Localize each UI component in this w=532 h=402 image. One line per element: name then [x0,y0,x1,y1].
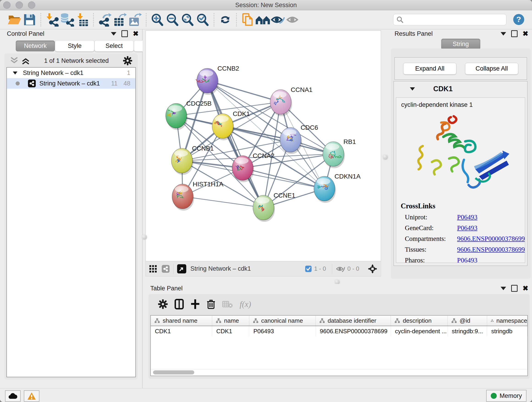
collapse-panel-icon[interactable] [500,287,506,290]
grid-view-icon[interactable] [149,265,157,273]
expand-all-icon[interactable] [22,57,30,65]
vertical-splitter-handle[interactable] [383,154,388,160]
crosslink-value-link[interactable]: P06493 [457,213,477,221]
export-image-button[interactable] [127,12,143,27]
selected-checkbox-icon[interactable] [305,265,312,272]
table-horizontal-scrollbar[interactable] [151,369,527,376]
column-header-database-identifier[interactable]: database identifier [316,316,391,326]
import-table-button[interactable] [75,12,90,27]
cdk1-section-header[interactable]: CDK1 [394,81,527,96]
export-network-button[interactable] [97,12,112,27]
network-node-ccna1[interactable] [270,89,292,116]
scrollbar-thumb[interactable] [153,370,194,375]
table-cell[interactable]: stringdb:9... [448,326,487,336]
network-edge[interactable] [207,81,264,208]
delete-column-trash-icon[interactable] [207,299,215,309]
network-node-cdc6[interactable] [280,128,302,154]
tab-network[interactable]: Network [16,40,55,51]
fit-selection-crosshair-icon[interactable] [367,264,378,274]
table-options-gear-icon[interactable] [158,299,168,309]
add-column-icon[interactable] [191,299,200,309]
crosslink-value-link[interactable]: P06493 [457,256,477,263]
network-collection-row[interactable]: String Network – cdk1 1 [7,68,135,78]
node-gloss [215,115,229,122]
status-bar: Memory [0,388,532,402]
network-row[interactable]: String Network – cdk1 11 48 [7,78,135,89]
network-node-cdkn1a[interactable] [314,176,336,203]
float-panel-icon[interactable] [511,285,518,292]
first-neighbors-button[interactable] [255,12,270,27]
open-session-button[interactable] [7,12,22,27]
show-all-button[interactable] [285,12,301,27]
table-cell[interactable]: P06493 [249,326,316,336]
column-header-namespace[interactable]: namespace [487,316,527,326]
crosslink-label: Compartments: [405,235,457,242]
network-node-cdk1[interactable] [212,114,234,140]
network-edge[interactable] [183,196,264,208]
search-icon [396,16,404,24]
tab-select[interactable]: Select [94,40,134,51]
open-in-window-button[interactable] [177,264,186,274]
collapse-panel-icon[interactable] [111,32,116,36]
import-network-database-button[interactable] [60,12,75,27]
table-cell[interactable]: CDK1 [151,326,212,336]
hidden-node-edge-counts: 0 - 0 [347,265,359,272]
table-cell[interactable]: stringdb [487,326,527,336]
float-panel-icon[interactable] [511,30,518,37]
memory-button[interactable]: Memory [486,390,526,402]
column-header-name[interactable]: name [212,316,249,326]
zoom-out-button[interactable] [165,12,180,27]
zoom-in-button[interactable] [150,12,165,27]
collapse-all-icon[interactable] [10,57,18,65]
table-cell[interactable]: cyclin-dependent ... [391,326,448,336]
column-header-description[interactable]: description [391,316,448,326]
network-canvas[interactable]: CCNB2CCNA1CDC25BCDK1CDC6RB1CCNB1CCNA2CDK… [146,31,381,261]
table-cell[interactable]: CDK1 [212,326,249,336]
column-header-shared-name[interactable]: shared name [151,316,212,326]
table-cell[interactable]: 9606.ENSP00000378699 [316,326,391,336]
export-table-button[interactable] [112,12,127,27]
apply-layout-button[interactable] [218,12,233,27]
float-panel-icon[interactable] [121,30,128,37]
copy-network-button[interactable] [240,12,255,27]
tab-style[interactable]: Style [55,40,94,51]
table-row[interactable]: CDK1CDK1P064939606.ENSP00000378699cyclin… [151,326,527,336]
network-badge-icon[interactable] [162,265,170,273]
zoom-selected-button[interactable] [195,12,210,27]
crosslink-value-link[interactable]: 9606.ENSP00000378699 [457,235,525,242]
help-button[interactable]: ? [513,13,525,26]
network-node-hist1h1a[interactable] [172,184,194,211]
network-options-gear-icon[interactable] [123,56,132,65]
close-panel-icon[interactable]: ✖ [523,285,528,292]
collapse-panel-icon[interactable] [500,32,506,36]
save-session-button[interactable] [22,12,37,27]
search-field[interactable] [393,14,506,26]
panel-splitter-handle[interactable] [142,235,147,240]
collapse-all-button[interactable]: Collapse All [465,63,518,75]
import-network-file-button[interactable] [44,12,60,27]
network-node-ccnb1[interactable] [171,148,193,175]
warnings-button[interactable] [24,390,39,402]
zoom-fit-button[interactable] [180,12,195,27]
hide-selected-button[interactable] [270,12,285,27]
horizontal-splitter[interactable] [143,280,532,284]
hidden-eye-icon[interactable] [336,265,345,273]
expand-all-button[interactable]: Expand All [403,63,456,75]
network-node-ccne1[interactable] [253,195,275,222]
tab-string[interactable]: String [441,38,481,50]
section-expander-icon[interactable] [409,86,415,91]
close-panel-icon[interactable]: ✖ [523,30,528,37]
vertical-splitter[interactable] [381,29,389,280]
tree-expander-icon[interactable] [12,70,18,75]
network-node-cdc25b[interactable] [166,103,188,130]
column-header--id[interactable]: @id [448,316,487,326]
select-columns-icon[interactable] [175,299,184,309]
cloud-status-button[interactable] [5,390,21,402]
close-panel-icon[interactable]: ✖ [133,30,139,37]
network-node-ccnb2[interactable] [196,68,219,95]
crosslink-value-link[interactable]: 9606.ENSP00000378699 [457,246,525,253]
network-node-rb1[interactable] [323,142,345,168]
column-header-canonical-name[interactable]: canonical name [249,316,316,326]
crosslink-value-link[interactable]: P06493 [457,224,477,232]
search-input[interactable] [405,16,506,24]
